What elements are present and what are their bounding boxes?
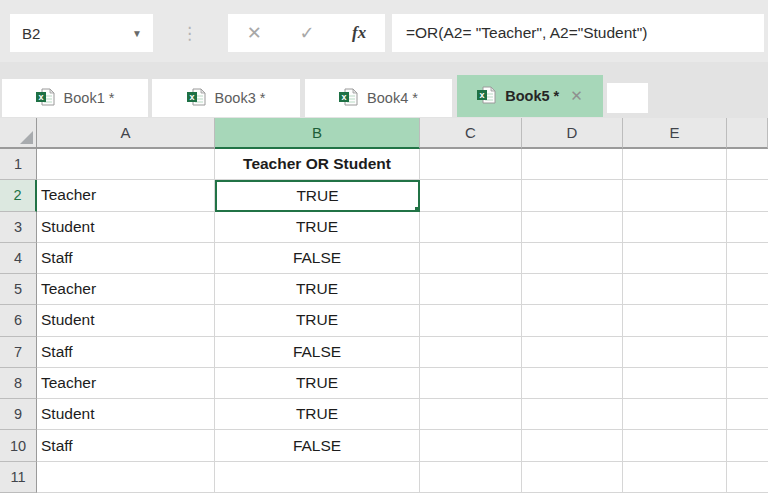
cell-column-c[interactable] [420, 243, 522, 274]
cell-column-f[interactable] [727, 149, 768, 180]
row-header[interactable]: 3 [0, 212, 37, 243]
cell-column-f[interactable] [727, 368, 768, 399]
svg-text:x: x [189, 92, 194, 102]
cell-column-f[interactable] [727, 430, 768, 461]
cell-column-d[interactable] [522, 399, 623, 430]
cell-column-f[interactable] [727, 212, 768, 243]
column-header-b[interactable]: B [215, 118, 420, 149]
cell-column-e[interactable] [623, 337, 727, 368]
chevron-down-icon[interactable]: ▼ [132, 28, 153, 39]
cell-column-c[interactable] [420, 337, 522, 368]
table-row: 7 Staff FALSE [0, 337, 768, 368]
tab-book3[interactable]: x Book3 * [152, 79, 300, 117]
row-header[interactable]: 7 [0, 337, 37, 368]
column-header-a[interactable]: A [37, 118, 215, 149]
cell-column-b[interactable]: TRUE [215, 212, 420, 243]
cell-column-e[interactable] [623, 212, 727, 243]
row-header[interactable]: 11 [0, 462, 37, 493]
cell-column-c[interactable] [420, 212, 522, 243]
column-header-c[interactable]: C [420, 118, 522, 149]
cancel-icon[interactable]: ✕ [247, 22, 262, 44]
cell-column-e[interactable] [623, 274, 727, 305]
column-header-d[interactable]: D [522, 118, 623, 149]
cell-column-f[interactable] [727, 399, 768, 430]
cell-column-a[interactable]: Student [37, 212, 215, 243]
column-header-e[interactable]: E [623, 118, 727, 149]
row-header[interactable]: 1 [0, 149, 37, 180]
cell-column-e[interactable] [623, 305, 727, 336]
enter-check-icon[interactable]: ✓ [299, 22, 314, 44]
formula-bar[interactable]: =OR(A2= "Teacher", A2="Student") [392, 14, 764, 52]
cell-column-d[interactable] [522, 337, 623, 368]
cell-column-e[interactable] [623, 462, 727, 493]
row-header[interactable]: 6 [0, 305, 37, 336]
cell-column-e[interactable] [623, 180, 727, 211]
table-row: 3 Student TRUE [0, 212, 768, 243]
cell-column-a[interactable]: Teacher [37, 274, 215, 305]
cell-column-b[interactable]: TRUE [215, 274, 420, 305]
column-header-f-partial[interactable] [727, 118, 768, 149]
cell-column-c[interactable] [420, 430, 522, 461]
cell-column-d[interactable] [522, 149, 623, 180]
cell-column-c[interactable] [420, 399, 522, 430]
cell-column-a[interactable] [37, 462, 215, 493]
cell-column-b[interactable]: FALSE [215, 337, 420, 368]
cell-column-d[interactable] [522, 462, 623, 493]
cell-column-e[interactable] [623, 399, 727, 430]
cell-column-f[interactable] [727, 305, 768, 336]
cell-column-a[interactable]: Staff [37, 430, 215, 461]
cell-column-b[interactable]: TRUE [215, 399, 420, 430]
cell-column-d[interactable] [522, 274, 623, 305]
cell-column-d[interactable] [522, 180, 623, 211]
row-header[interactable]: 10 [0, 430, 37, 461]
cell-column-c[interactable] [420, 368, 522, 399]
cell-column-a[interactable] [37, 149, 215, 180]
cell-column-a[interactable]: Student [37, 399, 215, 430]
close-icon[interactable]: ✕ [570, 87, 583, 105]
cell-column-b[interactable]: TRUE [215, 180, 420, 211]
tab-book1[interactable]: x Book1 * [2, 79, 148, 117]
cell-column-c[interactable] [420, 274, 522, 305]
cell-column-a[interactable]: Staff [37, 243, 215, 274]
row-header[interactable]: 8 [0, 368, 37, 399]
row-header[interactable]: 9 [0, 399, 37, 430]
cell-column-b[interactable]: FALSE [215, 430, 420, 461]
cell-column-d[interactable] [522, 212, 623, 243]
cell-column-c[interactable] [420, 149, 522, 180]
cell-column-a[interactable]: Student [37, 305, 215, 336]
new-tab[interactable] [607, 83, 648, 113]
cell-column-a[interactable]: Teacher [37, 180, 215, 211]
cell-column-c[interactable] [420, 462, 522, 493]
row-header[interactable]: 5 [0, 274, 37, 305]
cell-column-d[interactable] [522, 243, 623, 274]
name-box[interactable]: B2 ▼ [10, 14, 153, 52]
cell-column-c[interactable] [420, 180, 522, 211]
cell-column-d[interactable] [522, 430, 623, 461]
tab-book4[interactable]: x Book4 * [305, 79, 452, 117]
row-header[interactable]: 4 [0, 243, 37, 274]
cell-column-f[interactable] [727, 462, 768, 493]
cell-column-e[interactable] [623, 430, 727, 461]
cell-column-d[interactable] [522, 368, 623, 399]
cell-column-f[interactable] [727, 180, 768, 211]
tab-book5-active[interactable]: x Book5 * ✕ [457, 75, 603, 117]
cell-column-b[interactable]: Teacher OR Student [215, 149, 420, 180]
cell-column-b[interactable] [215, 462, 420, 493]
cell-column-b[interactable]: FALSE [215, 243, 420, 274]
cell-column-e[interactable] [623, 149, 727, 180]
cell-column-f[interactable] [727, 337, 768, 368]
cell-column-c[interactable] [420, 305, 522, 336]
cell-column-f[interactable] [727, 243, 768, 274]
row-header[interactable]: 2 [0, 180, 37, 211]
select-all-corner[interactable] [0, 118, 37, 149]
cell-column-d[interactable] [522, 305, 623, 336]
cell-column-a[interactable]: Staff [37, 337, 215, 368]
cell-column-e[interactable] [623, 368, 727, 399]
cell-column-f[interactable] [727, 274, 768, 305]
cell-column-b[interactable]: TRUE [215, 368, 420, 399]
cell-column-a[interactable]: Teacher [37, 368, 215, 399]
cell-column-e[interactable] [623, 243, 727, 274]
insert-function-icon[interactable]: fx [352, 23, 366, 43]
fill-handle[interactable] [414, 206, 420, 212]
cell-column-b[interactable]: TRUE [215, 305, 420, 336]
